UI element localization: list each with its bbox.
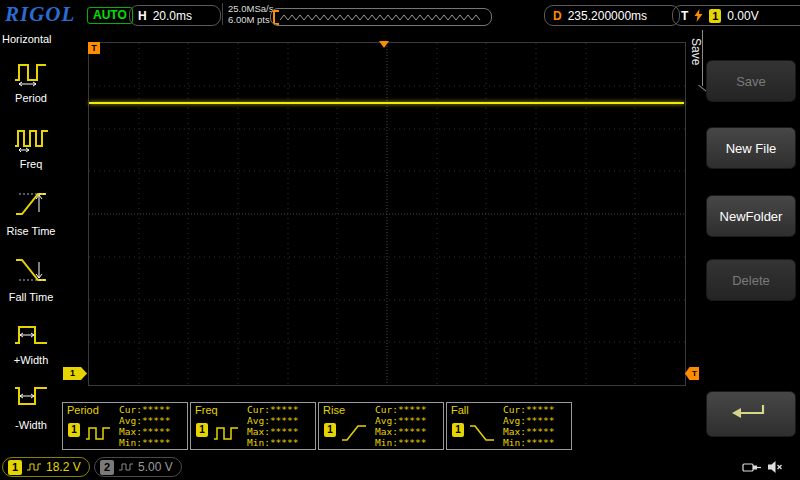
channel1-scale: 18.2 V	[46, 460, 81, 474]
trigger-level-value: 0.00V	[727, 9, 758, 23]
menu-tab-save: Save	[689, 38, 703, 65]
memory-depth: 6.00M pts	[228, 14, 273, 25]
trigger-position-marker	[379, 41, 389, 48]
menu-item-label: Fall Time	[0, 291, 62, 303]
plus-width-icon	[11, 317, 51, 349]
menu-item-plus-width[interactable]: +Width	[0, 317, 62, 366]
menu-item-label: Freq	[0, 158, 62, 170]
fall-meas-icon	[468, 421, 498, 443]
horizontal-timebase-box: H 20.0ms	[129, 5, 221, 26]
measurement-channel-badge: 1	[452, 423, 464, 437]
measurement-name: Fall	[451, 404, 469, 416]
measurement-channel-badge: 1	[196, 423, 208, 437]
graticule	[89, 43, 685, 385]
measurement-avg: Avg:*****	[503, 415, 554, 426]
channel1-offset-marker: 1	[63, 367, 87, 380]
measurement-min: Min:*****	[247, 437, 298, 448]
measurement-box-rise: Rise 1 Cur:***** Avg:***** Max:***** Min…	[318, 402, 444, 450]
menu-item-label: Rise Time	[0, 225, 62, 237]
measurement-channel-badge: 1	[68, 423, 80, 437]
channel2-status: 2 5.00 V	[94, 457, 182, 477]
trigger-bolt-icon	[694, 9, 703, 22]
measurement-values: Cur:***** Avg:***** Max:***** Min:*****	[375, 404, 426, 448]
trigger-corner-marker: T	[88, 42, 100, 54]
measurement-values: Cur:***** Avg:***** Max:***** Min:*****	[119, 404, 170, 448]
measurement-name: Period	[67, 404, 99, 416]
measurement-min: Min:*****	[375, 437, 426, 448]
channel2-badge: 2	[100, 460, 114, 475]
freq-meas-icon	[212, 421, 242, 443]
trigger-label: T	[681, 9, 688, 23]
minus-width-icon	[11, 382, 51, 414]
menu-item-period[interactable]: Period	[0, 55, 62, 104]
measurement-max: Max:*****	[503, 426, 554, 437]
menu-item-rise-time[interactable]: Rise Time	[0, 186, 62, 237]
usb-icon	[742, 460, 762, 475]
delete-button[interactable]: Delete	[706, 259, 796, 301]
enter-button[interactable]	[706, 391, 796, 437]
measurement-box-fall: Fall 1 Cur:***** Avg:***** Max:***** Min…	[446, 402, 572, 450]
trigger-box: T 1 0.00V	[672, 5, 800, 26]
menu-item-freq[interactable]: Freq	[0, 121, 62, 170]
speaker-mute-icon	[767, 459, 784, 475]
measurement-min: Min:*****	[119, 437, 170, 448]
save-button[interactable]: Save	[706, 60, 796, 102]
trigger-source-badge: 1	[709, 9, 721, 23]
measurement-cur: Cur:*****	[503, 404, 554, 415]
delay-value: 235.200000ms	[568, 9, 647, 23]
measurement-max: Max:*****	[247, 426, 298, 437]
measurement-cur: Cur:*****	[247, 404, 298, 415]
timebase-value: 20.0ms	[153, 9, 192, 23]
measurement-values: Cur:***** Avg:***** Max:***** Min:*****	[503, 404, 554, 448]
channel1-badge: 1	[8, 460, 22, 475]
new-file-button[interactable]: New File	[706, 127, 796, 169]
channel1-coupling-icon	[26, 462, 42, 472]
measurement-cur: Cur:*****	[119, 404, 170, 415]
sample-rate: 25.0MSa/s	[228, 3, 273, 14]
menu-item-fall-time[interactable]: Fall Time	[0, 252, 62, 303]
measurement-cur: Cur:*****	[375, 404, 426, 415]
left-menu-title: Horizontal	[2, 33, 52, 45]
measurement-avg: Avg:*****	[375, 415, 426, 426]
rise-time-icon	[11, 186, 51, 220]
run-status-badge: AUTO	[87, 7, 133, 24]
channel1-status: 1 18.2 V	[2, 457, 90, 477]
measurement-channel-badge: 1	[324, 423, 336, 437]
acquisition-info: 25.0MSa/s 6.00M pts	[222, 3, 273, 25]
measurement-max: Max:*****	[375, 426, 426, 437]
enter-arrow-icon	[729, 401, 773, 427]
measurement-box-period: Period 1 Cur:***** Avg:***** Max:***** M…	[62, 402, 188, 450]
delay-box: D 235.200000ms	[544, 5, 680, 26]
menu-item-label: Period	[0, 92, 62, 104]
measurement-values: Cur:***** Avg:***** Max:***** Min:*****	[247, 404, 298, 448]
rigol-logo: RIGOL	[5, 2, 75, 27]
period-meas-icon	[84, 421, 114, 443]
channel1-trace	[89, 102, 684, 104]
freq-icon	[11, 121, 51, 153]
menu-tab-divider	[702, 30, 703, 86]
measurement-name: Freq	[195, 404, 218, 416]
waveform-display-grid	[88, 42, 686, 386]
period-icon	[11, 55, 51, 87]
h-label: H	[138, 9, 147, 23]
measurement-max: Max:*****	[119, 426, 170, 437]
waveform-overview-icon	[279, 10, 487, 24]
rise-meas-icon	[340, 421, 370, 443]
trigger-level-marker: T	[685, 367, 699, 380]
menu-item-label: +Width	[0, 354, 62, 366]
menu-item-label: -Width	[0, 419, 62, 431]
measurement-name: Rise	[323, 404, 345, 416]
menu-item-minus-width[interactable]: -Width	[0, 382, 62, 431]
fall-time-icon	[11, 252, 51, 286]
new-folder-button[interactable]: NewFolder	[706, 195, 796, 237]
measurement-min: Min:*****	[503, 437, 554, 448]
waveform-position-indicator	[270, 8, 492, 26]
measurement-box-freq: Freq 1 Cur:***** Avg:***** Max:***** Min…	[190, 402, 316, 450]
measurement-avg: Avg:*****	[119, 415, 170, 426]
channel2-coupling-icon	[118, 462, 134, 472]
measurement-avg: Avg:*****	[247, 415, 298, 426]
channel2-scale: 5.00 V	[138, 460, 173, 474]
delay-label: D	[553, 9, 562, 23]
oscilloscope-screen: RIGOL AUTO H 20.0ms 25.0MSa/s 6.00M pts …	[0, 0, 800, 480]
